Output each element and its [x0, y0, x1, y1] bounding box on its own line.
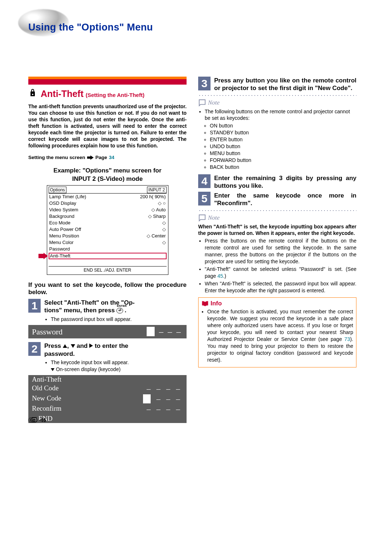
- note-icon: [198, 214, 206, 222]
- anti-theft-box: Anti-Theft Old Code–––– New Code–––– Rec…: [28, 375, 187, 423]
- right-arrow-icon: [89, 343, 93, 348]
- page-title: Using the "Options" Menu: [28, 22, 364, 33]
- down-arrow-icon: [51, 368, 54, 371]
- section-main: Anti-Theft: [41, 89, 83, 99]
- arrow-right-icon: [87, 155, 94, 160]
- info-header: Info: [201, 300, 353, 307]
- info-box: Info Once the function is activated, you…: [198, 297, 356, 367]
- step-5: 5 Enter the same keycode once more in "R…: [198, 192, 356, 207]
- book-icon: [201, 300, 209, 307]
- page-number: GB -46: [28, 417, 46, 423]
- lock-icon: [28, 88, 37, 97]
- step-number: 3: [198, 77, 211, 90]
- page-link[interactable]: 45: [217, 273, 223, 279]
- example-header: Example: "Options" menu screen for INPUT…: [28, 167, 187, 183]
- note-body-1: The following buttons on the remote cont…: [198, 108, 356, 171]
- menu-footer: END SEL ./ADJ. ENTER: [49, 266, 167, 273]
- dotted-rule: [198, 94, 356, 97]
- setting-line: Setting the menu screen Page 34: [28, 155, 187, 160]
- section-title: Anti-Theft (Setting the Anti-Theft): [28, 88, 187, 99]
- intro-text: The anti-theft function prevents unautho…: [28, 103, 187, 149]
- menu-highlight-row: Anti-Theft: [49, 253, 167, 259]
- step-number: 5: [198, 192, 211, 206]
- step-number: 4: [198, 174, 211, 188]
- step-4: 4 Enter the remaining 3 digits by pressi…: [198, 174, 356, 190]
- step-number: 2: [28, 342, 41, 356]
- note-header: Note: [198, 99, 356, 107]
- password-label: Password: [32, 327, 62, 337]
- menu-input-label: INPUT 2: [147, 187, 167, 193]
- procedure-text: If you want to set the keycode, follow t…: [28, 281, 187, 296]
- up-arrow-icon: [63, 344, 67, 348]
- section-banner: [28, 77, 187, 85]
- dotted-rule: [198, 210, 356, 212]
- down-arrow-icon: [71, 344, 75, 348]
- page-link[interactable]: 73: [344, 336, 350, 342]
- menu-tab-label: Options: [49, 187, 66, 193]
- step-1: 1 Select "Anti-Theft" on the "Op-tions" …: [28, 299, 187, 323]
- step-2: 2 Press , and to enter the password. The…: [28, 342, 187, 372]
- step-3: 3 Press any button you like on the remot…: [198, 77, 356, 92]
- note-icon: [198, 99, 206, 107]
- anti-theft-title: Anti-Theft: [32, 375, 61, 383]
- note-header: Note: [198, 214, 356, 222]
- password-box: Password ––––: [28, 325, 187, 338]
- password-dashes: ––––: [144, 327, 183, 337]
- section-sub: (Setting the Anti-Theft): [86, 92, 144, 98]
- enter-button-icon: ⏎: [117, 308, 123, 313]
- note-body-2: When "Anti-Theft" is set, the keycode in…: [198, 223, 356, 294]
- options-menu-screenshot: Options INPUT 2 Lamp Timer (Life)200 h( …: [47, 185, 168, 275]
- step-number: 1: [28, 299, 41, 313]
- menu-pointer-icon: [38, 253, 48, 259]
